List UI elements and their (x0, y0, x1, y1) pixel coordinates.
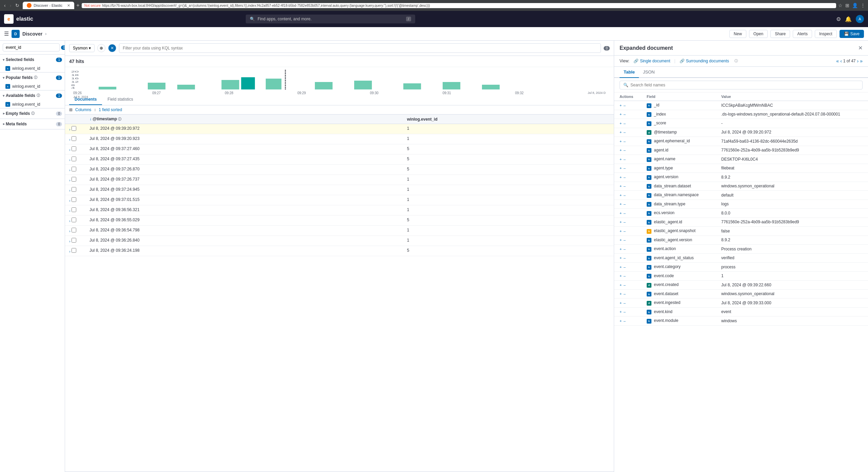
field-filter-input[interactable] (3, 43, 60, 52)
row-checkbox[interactable] (72, 167, 76, 171)
available-field-item[interactable]: k winlog.event_id (0, 101, 65, 108)
forward-button[interactable]: › (8, 2, 13, 9)
filter-for-value-button[interactable]: – (624, 193, 626, 197)
tab-json[interactable]: JSON (639, 67, 659, 78)
row-checkbox[interactable] (72, 126, 76, 131)
new-button[interactable]: New (729, 30, 746, 38)
alerts-button[interactable]: Alerts (793, 30, 812, 38)
browser-tab[interactable]: Discover - Elastic ✕ (23, 2, 74, 9)
add-field-filter-button[interactable]: + (620, 103, 622, 107)
expand-row-button[interactable]: › (69, 127, 70, 131)
expand-row-button[interactable]: › (69, 168, 70, 172)
open-button[interactable]: Open (749, 30, 768, 38)
add-field-filter-button[interactable]: + (620, 229, 622, 233)
filter-button[interactable]: ⊕ (97, 44, 105, 52)
add-field-filter-button[interactable]: + (620, 301, 622, 305)
refresh-button[interactable]: ↻ (14, 2, 21, 9)
user-avatar[interactable]: A (856, 15, 864, 23)
tab-close[interactable]: ✕ (67, 3, 70, 8)
filter-for-value-button[interactable]: – (624, 247, 626, 251)
meta-fields-header[interactable]: ▾ Meta fields 0 (0, 119, 65, 129)
row-checkbox[interactable] (72, 187, 76, 192)
add-field-filter-button[interactable]: + (620, 220, 622, 224)
add-field-filter-button[interactable]: + (620, 175, 622, 179)
expand-row-button[interactable]: › (69, 209, 70, 213)
row-checkbox[interactable] (72, 157, 76, 161)
add-field-filter-button[interactable]: + (620, 283, 622, 287)
expand-row-button[interactable]: › (69, 219, 70, 223)
selected-fields-header[interactable]: ▾ Selected fields 1 (0, 55, 65, 65)
last-doc-button[interactable]: » (860, 58, 863, 64)
expand-row-button[interactable]: › (69, 138, 70, 142)
add-field-filter-button[interactable]: + (620, 193, 622, 197)
hamburger-icon[interactable]: ☰ (4, 30, 9, 37)
popular-field-item[interactable]: k winlog.event_id (0, 83, 65, 90)
expand-row-button[interactable]: › (69, 249, 70, 253)
filter-for-value-button[interactable]: – (624, 229, 626, 233)
filter-for-value-button[interactable]: – (624, 166, 626, 170)
row-checkbox[interactable] (72, 207, 76, 212)
filter-for-value-button[interactable]: – (624, 319, 626, 323)
row-checkbox[interactable] (72, 177, 76, 182)
menu-dots-icon[interactable]: ⋮ (861, 3, 865, 8)
expand-row-button[interactable]: › (69, 239, 70, 243)
add-field-filter-button[interactable]: + (620, 121, 622, 125)
add-field-filter-button[interactable]: + (620, 130, 622, 134)
expand-row-button[interactable]: › (69, 199, 70, 203)
url-bar[interactable]: Not secure https://fzr76-wazuh-box.local… (82, 3, 836, 8)
filter-for-value-button[interactable]: – (624, 184, 626, 188)
filter-for-value-button[interactable]: – (624, 292, 626, 296)
filter-for-value-button[interactable]: – (624, 220, 626, 224)
expand-row-button[interactable]: › (69, 178, 70, 182)
selected-field-item[interactable]: k winlog.event_id (0, 65, 65, 72)
row-checkbox[interactable] (72, 228, 76, 232)
filter-for-value-button[interactable]: – (624, 121, 626, 125)
sorted-label[interactable]: 1 field sorted (99, 107, 122, 112)
filter-for-value-button[interactable]: – (624, 301, 626, 305)
col-timestamp[interactable]: ↓ @timestamp ⓘ (85, 115, 403, 124)
row-checkbox[interactable] (72, 248, 76, 253)
surrounding-docs-link[interactable]: 🔗 Surrounding documents (680, 59, 729, 63)
row-checkbox[interactable] (72, 136, 76, 141)
first-doc-button[interactable]: « (836, 58, 839, 64)
add-field-filter-button[interactable]: + (620, 256, 622, 260)
prev-doc-button[interactable]: ‹ (840, 58, 842, 64)
filter-for-value-button[interactable]: – (624, 175, 626, 179)
filter-for-value-button[interactable]: – (624, 211, 626, 215)
row-checkbox[interactable] (72, 238, 76, 243)
add-field-filter-button[interactable]: + (620, 274, 622, 278)
add-field-filter-button[interactable]: + (620, 166, 622, 170)
save-button[interactable]: 💾 Save (840, 30, 864, 38)
row-checkbox[interactable] (72, 197, 76, 202)
col-event-id[interactable]: winlog.event_id (403, 115, 614, 124)
alerts-icon[interactable]: 🔔 (845, 16, 852, 22)
filter-for-value-button[interactable]: – (624, 139, 626, 143)
bookmark-icon[interactable]: ☆ (838, 3, 843, 8)
expand-row-button[interactable]: › (69, 148, 70, 152)
field-search-input[interactable] (630, 83, 859, 87)
add-field-filter-button[interactable]: + (620, 247, 622, 251)
add-field-filter-button[interactable]: + (620, 139, 622, 143)
extensions-icon[interactable]: ⊞ (845, 3, 849, 8)
expand-row-button[interactable]: › (69, 229, 70, 233)
add-field-filter-button[interactable]: + (620, 112, 622, 116)
add-field-filter-button[interactable]: + (620, 238, 622, 242)
add-field-filter-button[interactable]: + (620, 310, 622, 314)
profile-icon[interactable]: 👤 (852, 3, 858, 8)
filter-for-value-button[interactable]: – (624, 265, 626, 269)
available-fields-header[interactable]: ▾ Available fields ⓘ 1 (0, 90, 65, 101)
filter-for-value-button[interactable]: – (624, 274, 626, 278)
expand-row-button[interactable]: › (69, 188, 70, 192)
single-doc-link[interactable]: 🔗 Single document (633, 59, 670, 63)
elastic-logo[interactable]: e elastic (4, 14, 33, 24)
filter-for-value-button[interactable]: – (624, 238, 626, 242)
row-checkbox[interactable] (72, 146, 76, 151)
close-expanded-doc-button[interactable]: ✕ (858, 45, 863, 51)
empty-fields-header[interactable]: ▾ Empty fields ⓘ 0 (0, 108, 65, 119)
clear-filter-button[interactable]: ✕ (108, 44, 116, 52)
filter-for-value-button[interactable]: – (624, 112, 626, 116)
filter-for-value-button[interactable]: – (624, 148, 626, 152)
add-field-filter-button[interactable]: + (620, 265, 622, 269)
add-field-filter-button[interactable]: + (620, 184, 622, 188)
filter-for-value-button[interactable]: – (624, 310, 626, 314)
